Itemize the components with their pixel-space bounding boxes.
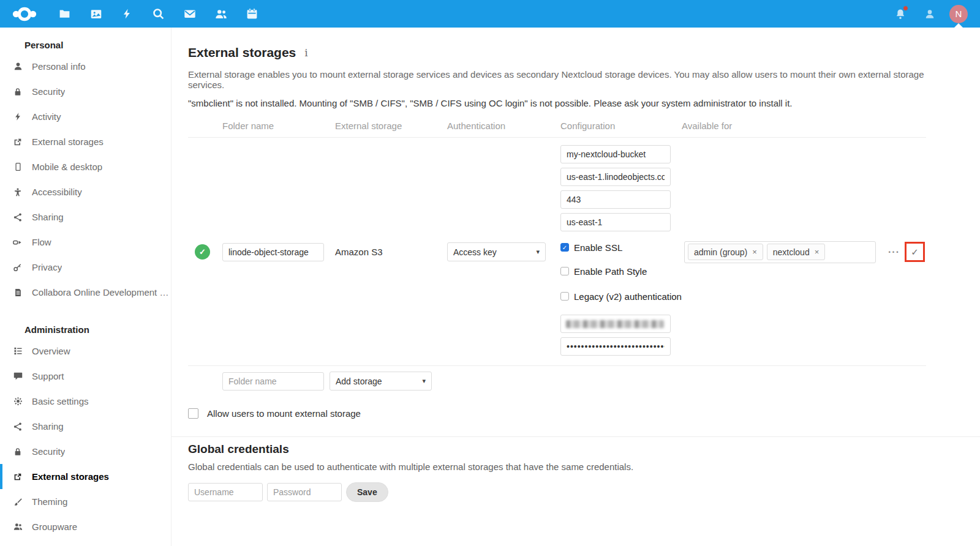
checkbox-unchecked-icon [188,408,198,419]
authentication-select[interactable]: Access key ▾ [447,242,546,261]
calendar-app-icon[interactable] [236,0,268,28]
password-field[interactable] [267,483,342,501]
user-avatar[interactable]: N [949,5,968,23]
share-icon [11,212,24,222]
files-app-icon[interactable] [49,0,80,28]
col-header-folder-name: Folder name [222,121,335,131]
new-folder-name-input[interactable] [222,372,324,391]
hostname-input[interactable] [560,168,671,186]
storage-status-ok-icon[interactable]: ✓ [195,244,210,260]
nextcloud-logo-icon [6,4,43,24]
sidebar-heading-administration: Administration [0,318,171,338]
available-for-chip: admin (group) × [688,244,763,260]
external-link-icon [11,472,24,482]
save-button[interactable]: Save [346,482,388,502]
notifications-button[interactable] [891,0,910,28]
top-header-bar: N [0,0,980,28]
brush-icon [11,497,24,507]
lock-icon [11,87,24,97]
chevron-down-icon: ▾ [536,248,540,256]
sidebar-item-external-storages-personal[interactable]: External storages [0,129,171,154]
sidebar-item-label: External storages [32,471,109,482]
sidebar-item-overview[interactable]: Overview [0,338,171,364]
sidebar-item-mobile-desktop[interactable]: Mobile & desktop [0,154,171,179]
global-credentials-title: Global credentials [188,443,943,456]
page-title: External storages [188,45,296,60]
remove-chip-icon[interactable]: × [752,247,757,256]
external-link-icon [11,137,24,147]
sidebar-item-sharing-admin[interactable]: Sharing [0,414,171,439]
remove-chip-icon[interactable]: × [815,247,820,256]
enable-path-style-checkbox[interactable]: Enable Path Style [560,264,682,278]
sidebar-item-activity[interactable]: Activity [0,104,171,129]
share-icon [11,422,24,432]
sidebar-item-flow[interactable]: Flow [0,230,171,255]
sidebar-item-label: Groupware [32,522,77,532]
sidebar-item-theming[interactable]: Theming [0,489,171,514]
sidebar-item-groupware[interactable]: Groupware [0,514,171,539]
chevron-down-icon: ▾ [422,377,426,385]
flow-icon [11,237,24,248]
available-for-input[interactable]: admin (group) × nextcloud × [684,241,876,263]
username-field[interactable] [188,483,263,501]
sidebar-item-support[interactable]: Support [0,364,171,389]
document-icon [11,288,24,297]
folder-name-input[interactable] [222,243,324,261]
sidebar-item-basic-settings[interactable]: Basic settings [0,389,171,414]
external-storage-type: Amazon S3 [335,247,447,257]
group-icon [11,522,24,532]
sidebar-item-label: Collabora Online Development Edit... [32,287,171,297]
nextcloud-logo[interactable] [0,4,49,24]
save-storage-check-button[interactable]: ✓ [905,242,925,262]
sidebar-item-external-storages-admin[interactable]: External storages [0,464,171,489]
sidebar-item-security-admin[interactable]: Security [0,439,171,464]
col-header-external-storage: External storage [335,121,447,131]
checkbox-checked-icon: ✓ [560,243,569,252]
sidebar-item-collabora[interactable]: Collabora Online Development Edit... [0,280,171,305]
table-header-row: Folder name External storage Authenticat… [188,121,926,138]
region-input[interactable] [560,213,671,231]
bucket-input[interactable] [560,145,671,163]
info-icon[interactable]: i [304,47,307,59]
access-key-input[interactable] [560,315,671,333]
lightning-icon [11,112,24,121]
settings-sidebar: Personal Personal info Security Activity… [0,28,172,546]
authentication-selected-value: Access key [453,247,497,257]
legacy-auth-checkbox[interactable]: Legacy (v2) authentication [560,290,682,303]
photos-app-icon[interactable] [80,0,111,28]
sidebar-item-privacy[interactable]: Privacy [0,255,171,280]
secret-key-input[interactable] [560,337,671,356]
checkbox-unchecked-icon [560,292,569,301]
sidebar-item-label: Sharing [32,212,64,222]
activity-app-icon[interactable] [111,0,143,28]
sidebar-item-label: External storages [32,136,104,147]
accessibility-icon [11,187,24,197]
lock-icon [11,447,24,457]
search-app-icon[interactable] [143,0,174,28]
sidebar-item-label: Accessibility [32,187,82,197]
user-icon [11,61,24,72]
sidebar-item-security-personal[interactable]: Security [0,79,171,104]
contacts-menu-button[interactable] [920,0,940,28]
sidebar-item-sharing-personal[interactable]: Sharing [0,204,171,230]
section-divider [172,436,980,437]
allow-users-checkbox[interactable]: Allow users to mount external storage [188,408,943,419]
user-menu-caret [954,23,963,28]
external-storages-table: Folder name External storage Authenticat… [188,121,926,366]
sidebar-heading-personal: Personal [0,34,171,54]
row-options-button[interactable]: ··· [883,247,905,258]
notification-dot [903,6,908,11]
list-icon [11,346,24,356]
add-storage-row: Add storage ▾ [222,372,943,391]
port-input[interactable] [560,190,671,209]
add-storage-label: Add storage [336,376,382,386]
phone-icon [11,162,24,172]
checkbox-unchecked-icon [560,267,569,275]
sidebar-item-label: Mobile & desktop [32,162,102,172]
sidebar-item-personal-info[interactable]: Personal info [0,54,171,79]
enable-ssl-checkbox[interactable]: ✓ Enable SSL [560,241,682,254]
contacts-app-icon[interactable] [205,0,236,28]
mail-app-icon[interactable] [174,0,205,28]
add-storage-select[interactable]: Add storage ▾ [330,372,432,391]
sidebar-item-accessibility[interactable]: Accessibility [0,179,171,204]
